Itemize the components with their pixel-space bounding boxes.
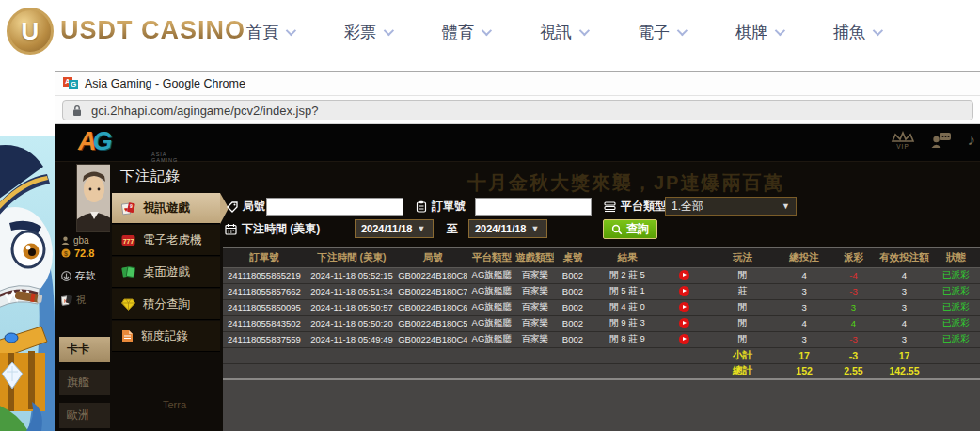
ag-page-header: AG ASIA GAMING VIP ♪ bbox=[55, 124, 980, 162]
replay-button[interactable] bbox=[679, 318, 689, 328]
date-from-select[interactable]: 2024/11/18 ▼ bbox=[355, 219, 434, 238]
coin-icon: $ bbox=[61, 248, 71, 258]
dropdown-arrow-icon: ▼ bbox=[417, 224, 425, 233]
lobby-menu-item[interactable]: 旗艦 bbox=[59, 370, 110, 395]
sidebar-item-points-query[interactable]: 積分查詢 bbox=[112, 289, 220, 320]
nav-item-sports[interactable]: 體育 bbox=[442, 22, 489, 43]
table-cell: 閒 9 莊 3 bbox=[592, 315, 664, 331]
slot-777-icon: 777 bbox=[121, 234, 135, 247]
replay-button[interactable] bbox=[679, 302, 689, 312]
table-cell: 閒 8 莊 9 bbox=[592, 331, 664, 347]
table-row: 2411180558500952024-11-18 05:50:57GB0022… bbox=[223, 299, 980, 315]
chevron-down-icon bbox=[482, 25, 492, 36]
table-cell: 2024-11-18 05:52:15 bbox=[306, 267, 398, 283]
nav-item-lottery[interactable]: 彩票 bbox=[344, 22, 391, 43]
column-header: 有效投注額 bbox=[877, 248, 930, 267]
table-cell: 已派彩 bbox=[931, 315, 980, 331]
lobby-menu-item[interactable]: 卡卡 bbox=[59, 337, 110, 362]
deposit-icon bbox=[61, 271, 71, 281]
table-cell: AG旗艦廳 bbox=[467, 283, 515, 299]
replay-cell bbox=[663, 331, 705, 347]
round-no-input[interactable] bbox=[266, 198, 403, 216]
svg-text:$: $ bbox=[64, 250, 68, 258]
totals-cell: 142.55 bbox=[877, 363, 930, 379]
chevron-down-icon bbox=[286, 25, 296, 36]
table-cell: 莊 bbox=[705, 283, 779, 299]
replay-button[interactable] bbox=[679, 334, 689, 344]
chevron-down-icon bbox=[579, 25, 590, 36]
video-games-row: K 視 bbox=[61, 294, 86, 307]
table-cell: AG旗艦廳 bbox=[467, 267, 515, 283]
music-icon[interactable]: ♪ bbox=[968, 131, 976, 150]
nav-item-home[interactable]: 首頁 bbox=[246, 22, 293, 43]
table-cell: 4 bbox=[780, 315, 830, 331]
clipboard-icon bbox=[416, 200, 427, 213]
table-cell: 3 bbox=[780, 283, 830, 299]
deposit-button[interactable]: 存款 bbox=[61, 269, 96, 283]
table-cell: 4 bbox=[830, 315, 878, 331]
column-header: 總投注 bbox=[780, 248, 830, 267]
platform-type-select[interactable]: 1.全部 ▼ bbox=[665, 197, 797, 216]
table-cell: 3 bbox=[830, 299, 878, 315]
vip-crown-icon[interactable]: VIP bbox=[890, 131, 915, 150]
replay-cell bbox=[663, 299, 705, 315]
table-row: 2411180558435022024-11-18 05:50:20GB0022… bbox=[223, 315, 980, 331]
magnifier-icon bbox=[611, 224, 623, 235]
table-cell: 閒 bbox=[705, 331, 779, 347]
lobby-menu-item[interactable]: 歐洲 bbox=[59, 403, 110, 428]
table-cell: 241118055843502 bbox=[223, 315, 306, 331]
table-cell: 3 bbox=[780, 331, 830, 347]
table-cell: 3 bbox=[877, 283, 930, 299]
nav-item-cards[interactable]: 棋牌 bbox=[735, 22, 782, 43]
table-cell: 閒 bbox=[705, 299, 779, 315]
table-cell: 閒 4 莊 0 bbox=[592, 299, 664, 315]
address-bar[interactable]: gci.2hhapi.com/agingame/pcv2/index.jsp? bbox=[62, 100, 973, 120]
totals-cell bbox=[931, 363, 980, 379]
search-button[interactable]: 查詢 bbox=[603, 219, 657, 239]
sidebar-item-video-games[interactable]: ♥ 9 視訊遊戲 bbox=[112, 193, 220, 224]
empty-cell bbox=[223, 363, 705, 379]
replay-button[interactable] bbox=[679, 270, 689, 280]
gem-icon bbox=[121, 298, 135, 311]
table-cell: 4 bbox=[877, 267, 930, 283]
table-cell: 百家樂 bbox=[515, 283, 554, 299]
replay-button[interactable] bbox=[679, 286, 689, 296]
nav-item-fishing[interactable]: 捕魚 bbox=[833, 22, 880, 43]
nav-item-slots[interactable]: 電子 bbox=[638, 22, 685, 43]
totals-cell: -3 bbox=[830, 347, 878, 363]
table-cell: 已派彩 bbox=[931, 299, 980, 315]
table-cell: GB00224B180C5 bbox=[398, 315, 467, 331]
totals-cell bbox=[931, 347, 980, 363]
totals-cell: 152 bbox=[780, 363, 830, 379]
table-cell: B002 bbox=[554, 299, 591, 315]
playing-cards-icon: ♥ 9 bbox=[121, 201, 135, 216]
replay-cell bbox=[663, 283, 705, 299]
chevron-down-icon bbox=[677, 25, 688, 36]
column-header: 狀態 bbox=[931, 248, 980, 267]
url-toolbar: gci.2hhapi.com/agingame/pcv2/index.jsp? bbox=[55, 96, 980, 124]
table-cell: -3 bbox=[830, 331, 878, 347]
table-cell: 百家樂 bbox=[515, 331, 554, 347]
window-titlebar[interactable]: AG Asia Gaming - Google Chrome bbox=[55, 72, 980, 96]
table-cell: 閒 2 莊 5 bbox=[592, 267, 664, 283]
table-cell: B002 bbox=[554, 331, 591, 347]
username-row: gba bbox=[61, 235, 89, 246]
chevron-down-icon bbox=[775, 25, 785, 36]
sidebar-item-table-games[interactable]: 桌面遊戲 bbox=[112, 257, 220, 288]
sidebar-item-credit-records[interactable]: 額度記錄 bbox=[112, 321, 220, 352]
date-to-select[interactable]: 2024/11/18 ▼ bbox=[468, 219, 547, 238]
column-header: 平台類型 bbox=[467, 248, 515, 267]
table-cell: -4 bbox=[830, 267, 878, 283]
table-cell: AG旗艦廳 bbox=[467, 315, 515, 331]
svg-text:9: 9 bbox=[130, 203, 133, 209]
customer-service-icon[interactable] bbox=[931, 132, 952, 149]
order-no-input[interactable] bbox=[475, 198, 592, 216]
table-row: 2411180558576622024-11-18 05:51:34GB0022… bbox=[223, 283, 980, 299]
platform-type-label: 平台類型 bbox=[604, 199, 666, 215]
column-header: 下注時間 (美東) bbox=[306, 248, 398, 267]
nav-item-live[interactable]: 視訊 bbox=[540, 22, 587, 43]
calendar-icon bbox=[225, 223, 237, 235]
records-sidebar: ♥ 9 視訊遊戲 777 電子老虎機 bbox=[112, 193, 220, 353]
sidebar-item-slots[interactable]: 777 電子老虎機 bbox=[112, 225, 220, 256]
url-text: gci.2hhapi.com/agingame/pcv2/index.jsp? bbox=[91, 104, 318, 118]
